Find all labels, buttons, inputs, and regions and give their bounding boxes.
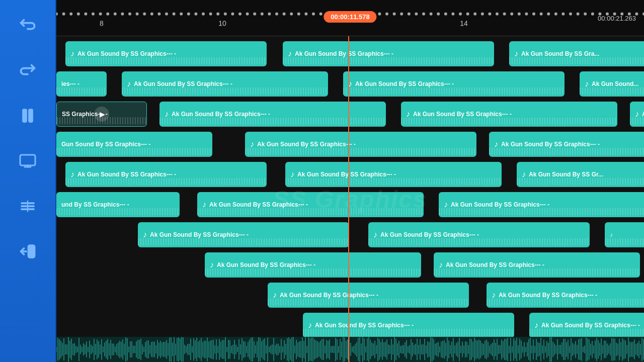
music-icon: ♪ — [534, 321, 538, 330]
timeline-area: SS Graphics ♪ Ak Gun Sound By SS Graphic… — [56, 36, 644, 362]
clip-label: und By SS Graphics--- - — [61, 201, 129, 208]
music-icon: ♪ — [250, 140, 254, 149]
clip-label: Ak Gun Sound By SS Graphics--- - — [355, 80, 454, 87]
split-button[interactable] — [13, 191, 43, 221]
music-icon: ♪ — [522, 170, 526, 179]
sidebar — [0, 0, 56, 362]
music-icon: ♪ — [494, 140, 498, 149]
music-icon: ♪ — [165, 110, 169, 119]
audio-clip[interactable]: ♪ Ak Gun Sound By SS Graphics--- - — [487, 283, 644, 308]
music-icon: ♪ — [70, 170, 74, 179]
bottom-waveform — [56, 337, 644, 362]
audio-clip[interactable]: ♪ Ak Gun Sound By SS Graphics--- - — [159, 102, 386, 127]
audio-clip[interactable]: ♪ Ak Gun Sound By SS Graphics--- - — [285, 162, 502, 187]
redo-button[interactable] — [13, 55, 43, 85]
clip-label: Ak Gun Sound By SS Graphics--- - — [172, 111, 270, 118]
clip-label: Ak G... — [642, 111, 644, 118]
music-icon: ♪ — [143, 230, 147, 239]
clip-label: Ak Gun Sound By SS Graphics--- - — [501, 141, 600, 148]
audio-clip[interactable]: ♪ Ak Gun Sound By SS Graphics--- - — [434, 252, 640, 278]
audio-clip[interactable]: ies--- - — [56, 71, 107, 97]
clip-label: Ak Gun Sound By SS Graphics--- - — [257, 141, 356, 148]
music-icon: ♪ — [70, 49, 74, 58]
audio-clip[interactable]: ♪ Ak Gun Sound By SS Graphics--- - — [489, 132, 644, 157]
clip-label: Ak Gun Sound... — [592, 80, 638, 87]
clip-label: Ak Gun Sound By SS Graphics--- - — [295, 50, 393, 57]
music-icon: ♪ — [444, 200, 448, 209]
clip-label: Ak Gun Sound By SS Graphics--- - — [315, 322, 414, 329]
audio-clip[interactable]: ♪ Ak Gun Sound By SS Graphics--- - — [343, 71, 565, 97]
music-icon: ♪ — [202, 200, 206, 209]
audio-clip[interactable]: und By SS Graphics--- - — [56, 192, 180, 217]
svg-rect-9 — [29, 245, 35, 257]
preview-button[interactable] — [13, 146, 43, 176]
audio-clip[interactable]: ♪ Ak Gun Sound By SS Graphics--- - — [245, 132, 476, 157]
clip-label: Ak Gun Sound By SS Graphics--- - — [77, 50, 176, 57]
audio-clip[interactable]: ♪ Ak Gun Sound By SS Graphics--- - — [401, 102, 617, 127]
audio-clip[interactable]: ♪ Ak Gun Sound By SS Graphics--- - — [303, 313, 514, 338]
music-icon: ♪ — [585, 79, 589, 88]
music-icon: ♪ — [127, 79, 131, 88]
audio-clip[interactable]: SS Graphics--- - ▶ — [56, 102, 147, 127]
svg-rect-1 — [29, 110, 32, 122]
clip-label: Ak Gun Sound By SS Graphics--- - — [134, 80, 232, 87]
music-icon: ♪ — [514, 49, 518, 58]
audio-clip[interactable]: ♪ Ak Gun Sound By SS Graphics--- - — [283, 41, 494, 66]
clip-label: Ak Gun Sound By SS Graphics--- - — [209, 201, 308, 208]
audio-clip[interactable]: ♪ Ak Gun Sound By SS Graphics--- - — [65, 41, 267, 66]
audio-clip[interactable]: ♪ Ak Gun Sound By SS Graphics--- - — [439, 192, 644, 217]
clip-label: Ak Gun Sound By SS Graphics--- - — [380, 231, 479, 238]
clip-label: ♪ — [610, 231, 613, 238]
current-time-display: 00:00:11.578 — [324, 11, 376, 23]
music-icon: ♪ — [492, 291, 496, 300]
clip-label: Ak Gun Sound By SS Graphics--- - — [451, 201, 549, 208]
audio-clip[interactable]: ♪ — [605, 222, 644, 247]
clip-label: Ak Gun Sound By SS Graphics--- - — [297, 171, 396, 178]
svg-rect-2 — [20, 155, 35, 165]
clip-label: ies--- - — [61, 80, 79, 87]
clip-label: Ak Gun Sound By SS Graphics--- - — [499, 292, 597, 299]
music-icon: ♪ — [273, 291, 277, 300]
audio-clip[interactable]: ♪ Ak Gun Sound By SS Gr... — [517, 162, 644, 187]
timeline-header: 00:00:11.578 00:00:21.263 — [56, 0, 644, 36]
music-icon: ♪ — [288, 49, 292, 58]
pause-button[interactable] — [13, 101, 43, 131]
audio-clip[interactable]: Gun Sound By SS Graphics--- - — [56, 132, 212, 157]
clip-label: Ak Gun Sound By SS Graphics--- - — [541, 322, 640, 329]
music-icon: ♪ — [308, 321, 312, 330]
music-icon: ♪ — [373, 230, 377, 239]
undo-button[interactable] — [13, 10, 43, 40]
music-icon: ♪ — [635, 110, 639, 119]
clip-label: Ak Gun Sound By SS Graphics--- - — [446, 261, 544, 268]
audio-clip[interactable]: ♪ Ak Gun Sound By SS Graphics--- - — [268, 283, 469, 308]
clip-label: Ak Gun Sound By SS Graphics--- - — [150, 231, 249, 238]
total-time-display: 00:00:21.263 — [598, 14, 636, 22]
audio-clip[interactable]: ♪ Ak Gun Sound By SS Graphics--- - — [368, 222, 590, 247]
audio-clip[interactable]: ♪ Ak Gun Sound... — [580, 71, 644, 97]
svg-rect-0 — [23, 110, 26, 122]
audio-clip[interactable]: ♪ Ak G... — [630, 102, 644, 127]
insert-button[interactable] — [13, 236, 43, 266]
clip-label: Gun Sound By SS Graphics--- - — [61, 141, 150, 148]
audio-clip[interactable]: ♪ Ak Gun Sound By SS Graphics--- - — [197, 192, 424, 217]
music-icon: ♪ — [210, 260, 214, 269]
music-icon: ♪ — [348, 79, 352, 88]
audio-clip[interactable]: ♪ Ak Gun Sound By SS Graphics--- - — [138, 222, 349, 247]
audio-clip[interactable]: ♪ Ak Gun Sound By SS Graphics--- - — [529, 313, 644, 338]
music-icon: ♪ — [406, 110, 410, 119]
audio-clip[interactable]: ♪ Ak Gun Sound By SS Graphics--- - — [122, 71, 328, 97]
clip-label: Ak Gun Sound By SS Graphics--- - — [217, 261, 315, 268]
clip-label: Ak Gun Sound By SS Graphics--- - — [413, 111, 512, 118]
clip-label: Ak Gun Sound By SS Gra... — [521, 50, 599, 57]
audio-clip[interactable]: ♪ Ak Gun Sound By SS Gra... — [509, 41, 644, 66]
audio-clip[interactable]: ♪ Ak Gun Sound By SS Graphics--- - — [65, 162, 267, 187]
music-icon: ♪ — [290, 170, 294, 179]
clip-label: Ak Gun Sound By SS Gr... — [529, 171, 603, 178]
clip-label: Ak Gun Sound By SS Graphics--- - — [280, 292, 378, 299]
audio-clip[interactable]: ♪ Ak Gun Sound By SS Graphics--- - — [205, 252, 421, 278]
music-icon: ♪ — [439, 260, 443, 269]
time-ruler: 00:00:11.578 00:00:21.263 — [56, 0, 644, 36]
clip-label: Ak Gun Sound By SS Graphics--- - — [77, 171, 176, 178]
